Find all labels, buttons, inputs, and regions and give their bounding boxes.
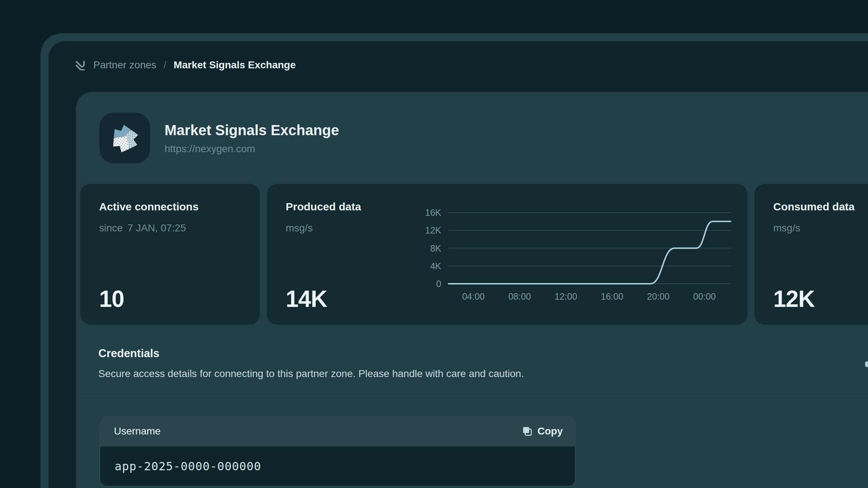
active-connections-card: Active connections since7 JAN, 07:25 10 xyxy=(80,184,260,325)
produced-data-chart-svg: 16K12K8K4K004:0008:0012:0016:0020:0000:0… xyxy=(401,206,741,315)
svg-text:00:00: 00:00 xyxy=(693,291,716,301)
username-label: Username xyxy=(114,425,161,437)
username-value: app-2025-0000-000000 xyxy=(115,459,261,473)
svg-text:8K: 8K xyxy=(430,243,441,253)
produced-data-value: 14K xyxy=(286,286,327,312)
since-value: 7 JAN, 07:25 xyxy=(127,222,186,234)
username-field-header: Username Copy xyxy=(99,416,576,446)
active-connections-title: Active connections xyxy=(99,201,199,213)
cutoff-edge-button[interactable] xyxy=(865,361,868,367)
chart-tick-labels: 16K12K8K4K004:0008:0012:0016:0020:0000:0… xyxy=(425,207,716,301)
username-field: Username Copy ap xyxy=(99,416,576,487)
produced-data-card: Produced data msg/s 14K 16K12K8K4K004:00… xyxy=(267,184,747,325)
since-label: since xyxy=(99,222,123,234)
breadcrumb-partner-zones[interactable]: Partner zones xyxy=(93,59,156,71)
produced-data-title: Produced data xyxy=(286,201,361,213)
svg-text:16K: 16K xyxy=(425,207,442,218)
partner-zone-card: Market Signals Exchange https://nexygen.… xyxy=(76,92,868,488)
consumed-data-card: Consumed data msg/s 12K xyxy=(754,184,868,325)
svg-text:0: 0 xyxy=(436,279,441,289)
zone-logo xyxy=(99,113,150,163)
svg-text:08:00: 08:00 xyxy=(508,291,531,301)
svg-text:16:00: 16:00 xyxy=(601,291,624,301)
chart-line xyxy=(448,222,731,284)
consumed-data-title: Consumed data xyxy=(773,201,855,213)
breadcrumb-current-page: Market Signals Exchange xyxy=(174,59,296,71)
stats-row: Active connections since7 JAN, 07:25 10 … xyxy=(80,184,868,325)
asterisk-logo-icon xyxy=(99,113,150,163)
copy-label: Copy xyxy=(537,425,563,437)
svg-text:04:00: 04:00 xyxy=(462,291,485,301)
svg-text:12K: 12K xyxy=(425,225,442,235)
consumed-data-unit: msg/s xyxy=(773,222,800,234)
credentials-divider xyxy=(80,396,868,397)
page: Partner zones / Market Signals Exchange xyxy=(0,0,868,488)
credentials-description: Secure access details for connecting to … xyxy=(98,368,524,380)
consumed-data-value: 12K xyxy=(773,286,814,312)
svg-text:20:00: 20:00 xyxy=(647,291,670,301)
active-connections-value: 10 xyxy=(99,286,124,312)
svg-text:12:00: 12:00 xyxy=(554,291,577,301)
breadcrumb-separator: / xyxy=(163,59,166,71)
copy-username-button[interactable]: Copy xyxy=(522,425,563,437)
partner-zones-icon xyxy=(74,59,88,72)
zone-title: Market Signals Exchange xyxy=(165,122,339,138)
breadcrumb: Partner zones / Market Signals Exchange xyxy=(74,57,296,73)
credentials-title: Credentials xyxy=(98,347,159,360)
produced-data-chart: 16K12K8K4K004:0008:0012:0016:0020:0000:0… xyxy=(401,206,741,315)
active-connections-since: since7 JAN, 07:25 xyxy=(99,222,186,234)
username-value-box: app-2025-0000-000000 xyxy=(99,446,576,487)
copy-icon xyxy=(522,426,533,437)
zone-url: https://nexygen.com xyxy=(165,143,255,155)
produced-data-unit: msg/s xyxy=(286,222,313,234)
svg-text:4K: 4K xyxy=(430,261,441,271)
